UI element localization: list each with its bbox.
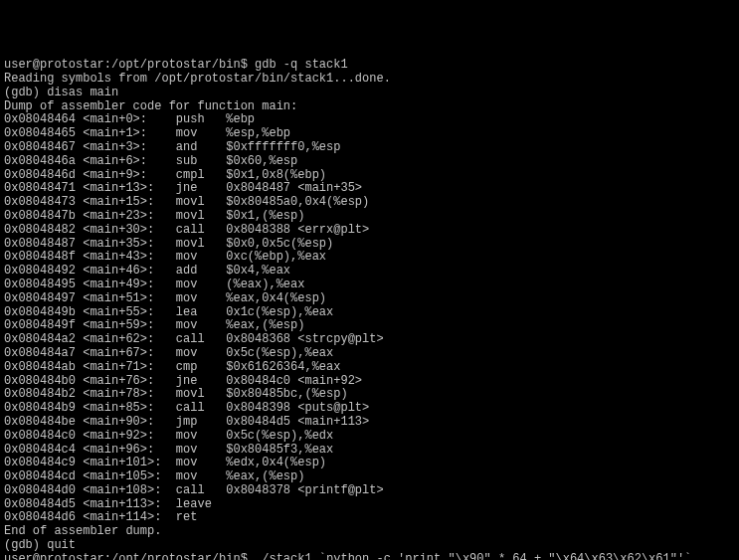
terminal-line: 0x08048465 <main+1>: mov %esp,%ebp: [4, 127, 735, 141]
terminal-line: user@protostar:/opt/protostar/bin$ gdb -…: [4, 59, 735, 73]
terminal-line: 0x080484cd <main+105>: mov %eax,(%esp): [4, 470, 735, 484]
terminal-line: 0x08048467 <main+3>: and $0xfffffff0,%es…: [4, 141, 735, 155]
terminal-line: 0x0804846a <main+6>: sub $0x60,%esp: [4, 155, 735, 169]
terminal-line: 0x08048464 <main+0>: push %ebp: [4, 113, 735, 127]
terminal-line: 0x08048471 <main+13>: jne 0x8048487 <mai…: [4, 182, 735, 196]
terminal-line: Reading symbols from /opt/protostar/bin/…: [4, 73, 735, 87]
terminal-line: 0x080484c0 <main+92>: mov 0x5c(%esp),%ed…: [4, 430, 735, 444]
terminal-line: 0x0804846d <main+9>: cmpl $0x1,0x8(%ebp): [4, 169, 735, 183]
terminal-line: 0x08048492 <main+46>: add $0x4,%eax: [4, 265, 735, 279]
terminal-output: user@protostar:/opt/protostar/bin$ gdb -…: [4, 59, 735, 560]
terminal-line: 0x0804849b <main+55>: lea 0x1c(%esp),%ea…: [4, 306, 735, 320]
terminal-line: 0x08048482 <main+30>: call 0x8048388 <er…: [4, 224, 735, 238]
terminal-line: 0x080484be <main+90>: jmp 0x80484d5 <mai…: [4, 416, 735, 430]
terminal-line: 0x0804847b <main+23>: movl $0x1,(%esp): [4, 210, 735, 224]
terminal-line: 0x080484a2 <main+62>: call 0x8048368 <st…: [4, 333, 735, 347]
terminal-line: (gdb) quit: [4, 539, 735, 553]
terminal-line: 0x080484a7 <main+67>: mov 0x5c(%esp),%ea…: [4, 347, 735, 361]
terminal-line: End of assembler dump.: [4, 525, 735, 539]
terminal-line: user@protostar:/opt/protostar/bin$ ./sta…: [4, 553, 735, 560]
terminal-line: 0x08048497 <main+51>: mov %eax,0x4(%esp): [4, 292, 735, 306]
terminal-line: 0x08048473 <main+15>: movl $0x80485a0,0x…: [4, 196, 735, 210]
terminal-line: 0x080484b2 <main+78>: movl $0x80485bc,(%…: [4, 388, 735, 402]
terminal-line: 0x080484b9 <main+85>: call 0x8048398 <pu…: [4, 402, 735, 416]
terminal-line: 0x080484d6 <main+114>: ret: [4, 511, 735, 525]
terminal-line: 0x080484b0 <main+76>: jne 0x80484c0 <mai…: [4, 375, 735, 389]
terminal-line: 0x080484ab <main+71>: cmp $0x61626364,%e…: [4, 361, 735, 375]
terminal-line: 0x08048487 <main+35>: movl $0x0,0x5c(%es…: [4, 238, 735, 252]
terminal-line: 0x080484d5 <main+113>: leave: [4, 498, 735, 512]
terminal-line: 0x080484c9 <main+101>: mov %edx,0x4(%esp…: [4, 457, 735, 470]
terminal-line: 0x080484d0 <main+108>: call 0x8048378 <p…: [4, 484, 735, 498]
terminal-line: Dump of assembler code for function main…: [4, 100, 735, 114]
terminal-line: 0x080484c4 <main+96>: mov $0x80485f3,%ea…: [4, 444, 735, 458]
terminal-line: 0x0804848f <main+43>: mov 0xc(%ebp),%eax: [4, 251, 735, 265]
terminal-line: (gdb) disas main: [4, 87, 735, 100]
terminal-line: 0x0804849f <main+59>: mov %eax,(%esp): [4, 319, 735, 333]
terminal-line: 0x08048495 <main+49>: mov (%eax),%eax: [4, 279, 735, 292]
